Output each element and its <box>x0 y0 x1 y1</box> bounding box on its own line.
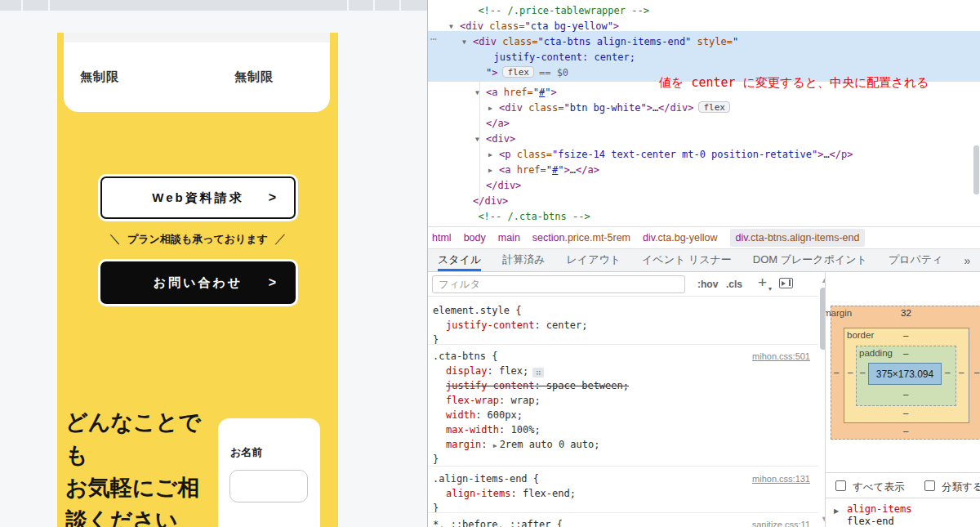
tab-styles-active[interactable]: スタイル <box>438 249 481 271</box>
contact-button[interactable]: お問い合わせ > <box>100 261 296 304</box>
border-top-value[interactable]: – <box>903 330 908 340</box>
name-input[interactable] <box>229 470 308 502</box>
breadcrumb-item[interactable]: div.cta.bg-yellow <box>643 232 718 243</box>
dom-line[interactable]: ▼<a href="#"> <box>486 85 557 100</box>
expand-arrow-icon[interactable]: ▶ <box>488 100 492 116</box>
css-selector[interactable]: *, ::before, ::after { <box>433 517 563 527</box>
crumb-tag: html <box>432 232 452 243</box>
collapse-arrow-icon[interactable]: ▼ <box>475 85 479 100</box>
sidebar-bar-icon <box>789 279 791 286</box>
css-selector[interactable]: element.style { <box>433 303 521 318</box>
tab-5[interactable]: プロパティ <box>889 249 943 271</box>
css-property[interactable]: justify-content: center; <box>446 318 587 333</box>
css-closing-brace: } <box>433 452 439 467</box>
css-property[interactable]: display: flex;∷ <box>446 364 544 378</box>
new-style-rule-button[interactable]: + <box>758 274 767 292</box>
css-property[interactable]: justify-content: space-between; <box>446 378 629 393</box>
expand-shorthand-icon[interactable]: ▶ <box>493 442 497 449</box>
padding-label: padding <box>859 348 893 358</box>
dom-line[interactable]: <!-- /.cta-btns --> <box>478 209 590 225</box>
breadcrumb-item[interactable]: main <box>498 232 520 243</box>
expand-arrow-icon[interactable]: ▶ <box>488 163 492 178</box>
border-right-value[interactable]: – <box>959 367 964 377</box>
padding-left-value[interactable]: – <box>860 367 865 377</box>
boxmodel-content[interactable]: 375×173.094 <box>868 363 942 385</box>
contact-form-card: お名前 メールアドレス <box>218 418 320 527</box>
screenshot-stage: 無制限 無制限 Web資料請求 > ＼プラン相談も承っております／ お問い合わせ… <box>0 0 980 527</box>
code-segment: <a <box>499 164 510 176</box>
more-tabs-icon[interactable]: » <box>964 249 980 271</box>
tab-2[interactable]: レイアウト <box>567 249 621 271</box>
toggle-hover-state-button[interactable]: :hov <box>697 279 718 290</box>
padding-right-value[interactable]: – <box>945 367 950 377</box>
breadcrumb-item[interactable]: section.price.mt-5rem <box>532 232 630 243</box>
price-table-card: 無制限 無制限 <box>64 33 330 112</box>
styles-filter-input[interactable] <box>432 275 685 293</box>
dom-line[interactable]: ▶<a href="#">…</a> <box>499 163 599 178</box>
toggle-class-button[interactable]: .cls <box>726 279 742 290</box>
css-property[interactable]: flex-wrap: wrap; <box>446 393 541 408</box>
new-rule-caret-icon[interactable]: ▾ <box>768 285 772 293</box>
show-all-checkbox[interactable] <box>835 480 846 491</box>
code-segment: <a <box>486 87 497 98</box>
padding-bottom-value[interactable]: – <box>903 389 908 399</box>
tab-1[interactable]: 計算済み <box>502 249 545 271</box>
code-segment: class= <box>523 102 564 114</box>
computed-property-name[interactable]: align-items <box>847 503 911 515</box>
css-property[interactable]: width: 600px; <box>446 408 523 422</box>
property-name: justify-content <box>446 319 534 331</box>
sidebar-triangle-icon <box>782 281 786 286</box>
breadcrumb-item[interactable]: body <box>464 232 486 243</box>
show-sidebar-icon[interactable] <box>779 278 793 288</box>
stylesheet-link[interactable]: sanitize.css:11 <box>752 517 810 527</box>
dom-line[interactable]: ▼<div class="cta-btns align-items-end" s… <box>473 34 738 50</box>
code-segment: </a> <box>486 118 510 129</box>
css-property[interactable]: max-width: 100%; <box>446 422 541 437</box>
dom-line[interactable]: ▶<div class="btn bg-white">…</div>flex <box>499 100 730 116</box>
collapse-arrow-icon[interactable]: ▼ <box>475 132 479 147</box>
stylesheet-link[interactable]: mihon.css:501 <box>752 349 810 364</box>
css-selector[interactable]: .cta-btns { <box>433 349 497 364</box>
margin-top-value[interactable]: 32 <box>901 308 911 318</box>
name-field-label: お名前 <box>230 445 262 460</box>
css-property[interactable]: margin: ▶2rem auto 0 auto; <box>446 437 599 452</box>
dom-line[interactable]: </div> <box>486 178 521 194</box>
breadcrumb-item[interactable]: div.cta-btns.align-items-end <box>730 229 866 247</box>
breadcrumb-item[interactable]: html <box>432 232 452 243</box>
margin-bottom-value[interactable]: – <box>903 426 908 435</box>
property-name: margin <box>446 439 481 450</box>
code-segment: href= <box>497 87 532 98</box>
expand-arrow-icon[interactable]: ▶ <box>834 507 839 515</box>
dom-line[interactable]: ▶<p class="fsize-14 text-center mt-0 pos… <box>499 147 853 163</box>
elements-scrollbar[interactable] <box>973 145 979 194</box>
flex-badge[interactable]: flex <box>502 66 534 78</box>
tab-3[interactable]: イベント リスナー <box>642 249 732 271</box>
computed-property-value[interactable]: flex-end <box>847 516 894 527</box>
flex-editor-icon[interactable]: ∷ <box>532 368 544 377</box>
group-checkbox[interactable] <box>924 480 935 491</box>
dom-line[interactable]: <!-- /.price-tablewrapper --> <box>478 3 649 19</box>
padding-top-value[interactable]: – <box>903 348 908 358</box>
css-selector[interactable]: .align-items-end { <box>433 471 539 486</box>
dom-line[interactable]: ▼<div class="cta bg-yellow"> <box>460 19 619 34</box>
dom-line[interactable]: ▼<div> <box>486 132 515 147</box>
css-property[interactable]: align-items: flex-end; <box>446 486 576 501</box>
collapse-arrow-icon[interactable]: ▼ <box>449 19 453 34</box>
code-segment: … <box>570 164 576 176</box>
collapse-arrow-icon[interactable]: ▼ <box>462 34 466 50</box>
margin-left-value[interactable]: – <box>834 367 839 377</box>
dom-line[interactable]: justify-content: center; <box>494 50 635 65</box>
dom-line[interactable]: </div> <box>473 194 508 209</box>
flex-badge[interactable]: flex <box>698 101 730 113</box>
expand-arrow-icon[interactable]: ▶ <box>488 147 492 163</box>
stylesheet-link[interactable]: mihon.css:131 <box>752 471 810 486</box>
border-left-value[interactable]: – <box>848 367 853 377</box>
property-name: width <box>446 409 475 421</box>
web-document-request-button[interactable]: Web資料請求 > <box>100 176 296 219</box>
border-bottom-value[interactable]: – <box>903 408 908 418</box>
tab-4[interactable]: DOM ブレークポイント <box>753 249 867 271</box>
more-actions-icon[interactable]: ⋯ <box>430 33 436 45</box>
margin-right-value[interactable]: – <box>974 367 979 377</box>
dom-line[interactable]: ">flex== $0 <box>486 65 568 81</box>
dom-line[interactable]: </a> <box>486 116 510 132</box>
